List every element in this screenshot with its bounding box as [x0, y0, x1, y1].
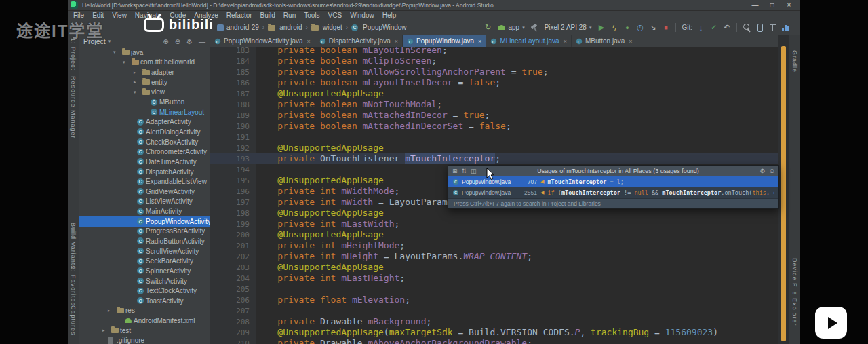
tool-window-button-1-project[interactable]: 1: Project: [70, 38, 77, 71]
build-hammer-icon[interactable]: [529, 22, 540, 34]
code-line-202[interactable]: 202 private int mHeight = LayoutParams.W…: [210, 251, 778, 262]
layout-inspector-icon[interactable]: [767, 22, 778, 34]
tree-item-MButton[interactable]: MButton: [79, 97, 210, 107]
tree-item-res[interactable]: ▸res: [79, 306, 210, 316]
code-line-210[interactable]: 210 private Drawable mAboveAnchorBackgro…: [210, 338, 778, 344]
tree-item-MainActivity[interactable]: MainActivity: [79, 206, 210, 216]
tree-item-DispatchActivity[interactable]: DispatchActivity: [79, 167, 210, 177]
tree-item-ScrollViewActivity[interactable]: ScrollViewActivity: [79, 246, 210, 256]
debug-button[interactable]: ●: [621, 22, 633, 34]
tree-item-.gitignore[interactable]: .gitignore: [79, 336, 210, 344]
tool-window-button-captures[interactable]: Captures: [70, 305, 77, 336]
tab-close-icon[interactable]: ×: [478, 38, 481, 45]
tab-PopupWindowActivity.java[interactable]: PopupWindowActivity.java×: [210, 35, 315, 47]
tab-close-icon[interactable]: ×: [564, 38, 567, 45]
chevron-down-icon[interactable]: ▾: [123, 60, 132, 65]
code-line-208[interactable]: 208 private Drawable mBackground;: [210, 316, 778, 327]
code-line-200[interactable]: 200 @UnsupportedAppUsage: [210, 229, 778, 240]
tool-window-button-gradle[interactable]: Gradle: [791, 50, 798, 73]
minimize-button[interactable]: —: [747, 1, 764, 10]
tree-item-PopupWindowActivity[interactable]: PopupWindowActivity: [79, 216, 210, 227]
settings-icon[interactable]: ⚙: [760, 168, 765, 174]
usage-row[interactable]: PopupWindow.java2551◀if (mTouchIntercept…: [448, 187, 778, 198]
tree-item-AdapterActivity[interactable]: AdapterActivity: [79, 117, 210, 127]
menu-run[interactable]: Run: [279, 11, 300, 20]
tree-item-entity[interactable]: ▸entity: [79, 77, 210, 88]
code-line-206[interactable]: 206 private float mElevation;: [210, 294, 778, 305]
locate-file-icon[interactable]: ⊕: [163, 38, 168, 45]
group-by-icon[interactable]: ⊞: [452, 168, 458, 174]
stop-button[interactable]: ■: [660, 22, 671, 34]
chevron-down-icon[interactable]: ▾: [134, 90, 142, 95]
chevron-right-icon[interactable]: ▸: [108, 308, 117, 313]
tree-item-java[interactable]: ▾java: [79, 47, 210, 58]
tree-item-ListViewActivity[interactable]: ListViewActivity: [79, 197, 210, 207]
code-line-189[interactable]: 189 private boolean mAttachedInDecor = t…: [210, 110, 778, 121]
code-line-205[interactable]: 205: [210, 284, 778, 294]
code-line-192[interactable]: 192 @UnsupportedAppUsage: [210, 142, 778, 153]
tab-close-icon[interactable]: ×: [629, 38, 632, 45]
tab-close-icon[interactable]: ×: [307, 38, 311, 45]
tree-item-SeekBarActivity[interactable]: SeekBarActivity: [79, 256, 210, 266]
tree-item-RadioButtonActivity[interactable]: RadioButtonActivity: [79, 236, 210, 246]
tree-item-ExpandableListView[interactable]: ExpandableListView: [79, 176, 210, 187]
tree-item-com.ttit.helloworld[interactable]: ▾com.ttit.helloworld: [79, 58, 210, 68]
menu-help[interactable]: Help: [378, 11, 401, 20]
code-line-201[interactable]: 201 private int mHeightMode;: [210, 240, 778, 251]
code-line-188[interactable]: 188 private boolean mNotTouchModal;: [210, 99, 778, 110]
menu-build[interactable]: Build: [256, 11, 279, 20]
tree-item-ToastActivity[interactable]: ToastActivity: [79, 296, 210, 306]
tree-item-MLinearLayout[interactable]: MLinearLayout: [79, 107, 210, 117]
tree-item-TextClockActivity[interactable]: TextClockActivity: [79, 286, 210, 296]
code-line-209[interactable]: 209 @UnsupportedAppUsage(maxTargetSdk = …: [210, 327, 778, 338]
tool-window-button-2-favorites[interactable]: 2: Favorites: [70, 266, 77, 306]
chevron-right-icon[interactable]: ▸: [134, 70, 142, 75]
code-line-199[interactable]: 199 private int mLastWidth;: [210, 218, 778, 229]
tab-MLinearLayout.java[interactable]: MLinearLayout.java×: [486, 35, 572, 47]
hide-panel-icon[interactable]: —: [199, 38, 205, 45]
code-line-187[interactable]: 187 @UnsupportedAppUsage: [210, 88, 778, 99]
git-update-icon[interactable]: ↓: [695, 22, 707, 34]
tree-item-ProgressBarActivity[interactable]: ProgressBarActivity: [79, 227, 210, 237]
tree-item-DateTimeActivity[interactable]: DateTimeActivity: [79, 157, 210, 167]
tool-window-button-build-variants[interactable]: Build Variants: [70, 223, 77, 269]
code-line-185[interactable]: 185 private boolean mAllowScrollingAncho…: [210, 66, 778, 77]
tree-item-adapter[interactable]: ▸adapter: [79, 67, 210, 77]
tree-item-view[interactable]: ▾view: [79, 88, 210, 98]
tool-window-button-resource-manager[interactable]: Resource Manager: [70, 76, 77, 139]
tool-window-button-device-file-explorer[interactable]: Device File Explorer: [791, 258, 798, 326]
tree-item-GridViewActivity[interactable]: GridViewActivity: [79, 187, 210, 197]
preview-icon[interactable]: ◫: [471, 168, 477, 174]
code-line-193[interactable]: 193 private OnTouchListener mTouchInterc…: [210, 153, 778, 164]
breadcrumb-widget[interactable]: widget: [310, 24, 344, 31]
code-line-191[interactable]: 191: [210, 132, 778, 142]
profiler-chart-icon[interactable]: [780, 22, 791, 34]
tree-item-test[interactable]: ▸test: [79, 326, 210, 336]
breadcrumb-popupwindow[interactable]: PopupWindow: [350, 24, 408, 31]
collapse-all-icon[interactable]: ⊖: [175, 38, 180, 45]
menu-refactor[interactable]: Refactor: [222, 11, 256, 20]
tab-MButton.java[interactable]: MButton.java×: [572, 35, 637, 47]
menu-tools[interactable]: Tools: [300, 11, 323, 20]
apply-changes-icon[interactable]: ϟ: [608, 22, 620, 34]
code-line-203[interactable]: 203 @UnsupportedAppUsage: [210, 262, 778, 273]
tree-item-ChronometerActivity[interactable]: ChronometerActivity: [79, 147, 210, 157]
run-button[interactable]: ▶: [595, 22, 607, 34]
tree-item-CheckBoxActivity[interactable]: CheckBoxActivity: [79, 137, 210, 147]
profiler-button[interactable]: ◷: [634, 22, 646, 34]
git-revert-icon[interactable]: ↶: [721, 22, 732, 34]
code-line-190[interactable]: 190 private boolean mAttachedInDecorSet …: [210, 121, 778, 132]
code-line-207[interactable]: 207: [210, 305, 778, 316]
code-line-198[interactable]: 198 @UnsupportedAppUsage: [210, 208, 778, 218]
menu-vcs[interactable]: VCS: [324, 11, 347, 20]
close-button[interactable]: ×: [781, 1, 797, 10]
tree-item-AndroidManifest.xml[interactable]: AndroidManifest.xml: [79, 316, 210, 326]
code-line-183[interactable]: 183 private boolean mLayoutInScreen;: [210, 47, 778, 56]
maximize-button[interactable]: □: [764, 1, 781, 10]
chevron-right-icon[interactable]: ▸: [134, 79, 142, 85]
sort-icon[interactable]: ⇅: [462, 168, 467, 174]
gradle-sync-icon[interactable]: ↻: [482, 22, 494, 34]
tab-PopupWindow.java[interactable]: PopupWindow.java×: [403, 35, 486, 47]
settings-gear-icon[interactable]: ⚙: [186, 38, 193, 45]
breadcrumb-android-29[interactable]: android-29: [216, 24, 260, 31]
